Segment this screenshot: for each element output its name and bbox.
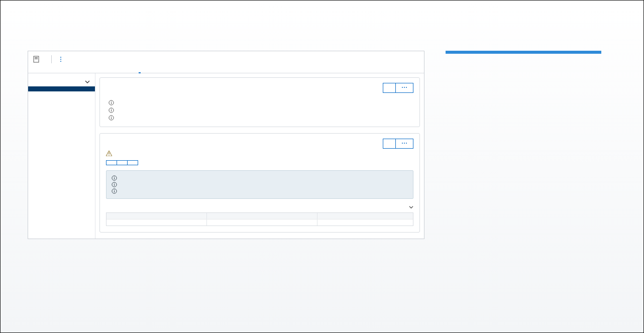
image-card — [99, 77, 420, 127]
divider — [51, 55, 52, 63]
table-header-row — [106, 213, 413, 219]
tabs — [28, 65, 424, 73]
right-column — [446, 51, 601, 239]
svg-point-18 — [402, 143, 403, 144]
svg-rect-2 — [35, 59, 38, 59]
notice-line — [112, 181, 408, 188]
run-precheck-button[interactable] — [117, 160, 128, 165]
compliance-warning — [106, 151, 413, 156]
svg-rect-0 — [34, 56, 39, 62]
svg-point-3 — [60, 57, 61, 58]
cell-image — [106, 219, 207, 226]
sidebar-item-vm-hardware[interactable] — [28, 101, 95, 106]
software-compliance-table — [106, 212, 413, 226]
actions-menu[interactable] — [59, 56, 65, 62]
object-header — [28, 51, 424, 65]
col-image-version — [317, 213, 413, 219]
info-icon — [112, 175, 117, 181]
remediate-button[interactable] — [106, 160, 117, 165]
svg-rect-27 — [114, 184, 115, 186]
tab-networks[interactable] — [126, 66, 128, 73]
cell-image-version — [317, 219, 413, 226]
software-compliance-header — [106, 205, 413, 209]
image-card-more-button[interactable] — [396, 83, 413, 93]
edit-button[interactable] — [383, 83, 396, 93]
svg-rect-16 — [111, 118, 112, 120]
svg-point-19 — [404, 143, 405, 144]
chevron-down-icon — [85, 79, 90, 84]
main-column — [95, 73, 424, 239]
show-select[interactable] — [406, 205, 413, 209]
tab-resource-pools[interactable] — [99, 66, 101, 73]
info-icon[interactable] — [109, 100, 114, 105]
sidebar-item-hardware-compatibility[interactable] — [28, 91, 95, 96]
accent-bar — [446, 51, 601, 54]
svg-point-20 — [406, 143, 407, 144]
horizontal-dots-icon — [401, 141, 408, 147]
tab-permissions[interactable] — [73, 66, 75, 73]
tab-monitor[interactable] — [47, 66, 49, 73]
svg-rect-24 — [114, 178, 115, 180]
svg-point-4 — [60, 59, 61, 60]
image-kv-grid — [106, 98, 413, 121]
kv-vendor-value — [201, 100, 413, 105]
svg-rect-17 — [111, 117, 112, 117]
remediation-buttons — [106, 160, 413, 165]
info-icon — [112, 188, 117, 194]
kv-components-value — [201, 115, 413, 121]
kv-vendor-label — [106, 100, 201, 105]
tab-configure[interactable] — [60, 66, 62, 73]
sidebar — [28, 73, 95, 239]
tab-datastores[interactable] — [113, 66, 115, 73]
svg-rect-31 — [114, 190, 115, 190]
kv-firmware-value — [201, 107, 413, 113]
notice-line — [112, 188, 408, 194]
image-card-buttons — [383, 83, 413, 93]
col-image — [106, 213, 207, 219]
horizontal-dots-icon — [401, 85, 408, 91]
info-icon[interactable] — [109, 115, 114, 121]
svg-point-6 — [402, 87, 403, 88]
sidebar-section-hosts[interactable] — [28, 76, 95, 86]
kv-components-label — [106, 115, 201, 121]
panel-body — [28, 73, 424, 239]
col-host-version — [207, 213, 317, 219]
show-filter — [403, 205, 413, 209]
svg-rect-1 — [35, 57, 38, 58]
table-row — [106, 219, 413, 226]
check-compliance-button[interactable] — [383, 139, 396, 149]
svg-rect-14 — [111, 109, 112, 109]
svg-rect-28 — [114, 183, 115, 184]
slide-frame — [0, 0, 644, 333]
info-icon — [112, 182, 117, 187]
svg-rect-22 — [109, 155, 109, 155]
sidebar-item-vmware-tools[interactable] — [28, 96, 95, 101]
svg-rect-10 — [111, 102, 112, 104]
info-icon[interactable] — [109, 107, 114, 113]
sidebar-item-image[interactable] — [28, 86, 95, 91]
svg-rect-30 — [114, 191, 115, 193]
tab-vms[interactable] — [86, 66, 88, 73]
svg-rect-25 — [114, 177, 115, 177]
compliance-card-buttons — [383, 139, 413, 149]
svg-rect-13 — [111, 110, 112, 112]
compliance-more-button[interactable] — [396, 139, 413, 149]
tab-summary[interactable] — [34, 66, 36, 73]
vsphere-panel — [28, 51, 424, 239]
svg-rect-11 — [111, 101, 112, 102]
stage-button[interactable] — [128, 160, 138, 165]
tab-updates[interactable] — [139, 66, 141, 73]
content-row — [28, 51, 616, 239]
svg-rect-21 — [109, 153, 109, 155]
kv-firmware-label — [106, 107, 201, 113]
vertical-dots-icon — [59, 56, 63, 62]
notice-line — [112, 175, 408, 181]
host-icon — [33, 56, 39, 63]
compliance-card — [99, 133, 420, 233]
svg-point-7 — [404, 87, 405, 88]
info-notice — [106, 170, 413, 199]
chevron-down-icon — [409, 205, 413, 209]
svg-point-8 — [406, 87, 407, 88]
svg-point-5 — [60, 61, 61, 62]
image-card-header — [106, 83, 413, 93]
